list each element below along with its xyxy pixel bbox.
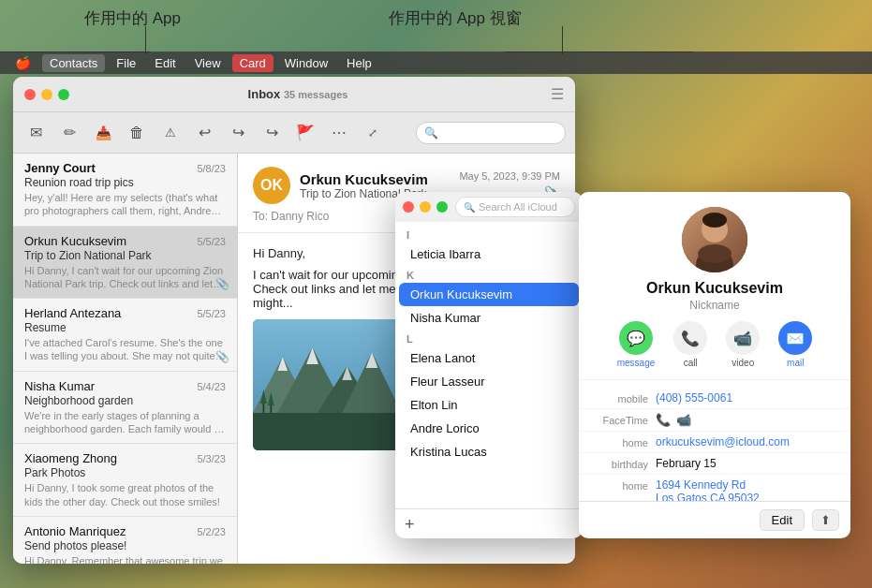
birthday-value: February 15: [656, 457, 837, 470]
facetime-video-icon[interactable]: 📹: [676, 413, 691, 427]
mobile-value[interactable]: (408) 555-0061: [656, 391, 837, 404]
apple-menu[interactable]: 🍎: [7, 55, 38, 70]
message-item[interactable]: Herland Antezana 5/5/23 Resume I've atta…: [13, 299, 237, 372]
message-item[interactable]: Xiaomeng Zhong 5/3/23 Park Photos Hi Dan…: [13, 444, 237, 517]
contact-item[interactable]: Kristina Lucas: [399, 440, 579, 463]
contact-detail-header: Orkun Kucuksevim Nickname 💬 message 📞 ca…: [579, 192, 850, 380]
home-email-value[interactable]: orkucuksevim@icloud.com: [656, 435, 837, 448]
contact-detail-card: Orkun Kucuksevim Nickname 💬 message 📞 ca…: [579, 192, 850, 538]
new-message-icon[interactable]: ✏: [56, 120, 82, 146]
facetime-label: FaceTime: [592, 413, 648, 426]
section-header-l: L: [395, 330, 583, 346]
more-icon[interactable]: ⋯: [326, 120, 352, 146]
contact-name: Orkun Kucuksevim: [646, 280, 783, 297]
window-title: Inbox 35 messages: [69, 87, 526, 101]
forward-icon[interactable]: ↪: [259, 120, 285, 146]
menu-window[interactable]: Window: [277, 54, 335, 72]
contact-nickname: Nickname: [689, 299, 739, 312]
sender-avatar: OK: [253, 167, 290, 204]
delete-icon[interactable]: 🗑: [124, 120, 150, 146]
share-button[interactable]: ⬆: [812, 509, 839, 531]
attachment-icon: 📎: [215, 350, 229, 363]
facetime-phone-icon[interactable]: 📞: [656, 413, 671, 427]
reply-icon[interactable]: ↩: [191, 120, 217, 146]
add-contact-button[interactable]: +: [405, 516, 415, 533]
menu-view[interactable]: View: [187, 54, 229, 72]
active-window-annotation: 作用中的 App 視窗: [389, 7, 522, 29]
menubar: 🍎 Contacts File Edit View Card Window He…: [0, 51, 872, 74]
contacts-footer: +: [395, 508, 583, 538]
menu-edit[interactable]: Edit: [147, 54, 183, 72]
message-item[interactable]: Jenny Court 5/8/23 Reunion road trip pic…: [13, 154, 237, 227]
mail-search[interactable]: 🔍: [416, 122, 566, 144]
expand-icon[interactable]: ⤢: [360, 120, 386, 146]
message-item[interactable]: Nisha Kumar 5/4/23 Neighborhood garden W…: [13, 372, 237, 445]
search-icon: 🔍: [464, 202, 475, 213]
reply-all-icon[interactable]: ↪: [225, 120, 251, 146]
field-home-email: home orkucuksevim@icloud.com: [579, 432, 850, 453]
attachment-icon: 📎: [215, 277, 229, 290]
contact-item[interactable]: Elena Lanot: [399, 346, 579, 370]
contact-item[interactable]: Andre Lorico: [399, 417, 579, 440]
annotation-line-app: [145, 26, 146, 54]
contact-item[interactable]: Leticia Ibarra: [399, 243, 579, 266]
menu-help[interactable]: Help: [339, 54, 379, 72]
search-icon: 🔍: [424, 126, 438, 140]
archive-icon[interactable]: 📥: [90, 120, 116, 146]
close-button[interactable]: [24, 89, 36, 100]
menu-file[interactable]: File: [109, 54, 143, 72]
traffic-lights: [24, 89, 69, 100]
contacts-minimize[interactable]: [420, 201, 431, 213]
call-label: call: [684, 358, 698, 368]
section-header-k: K: [395, 266, 583, 283]
home-address-value[interactable]: 1694 Kennedy RdLos Gatos CA 95032: [656, 478, 837, 501]
mobile-label: mobile: [592, 391, 648, 404]
facetime-value: 📞 📹: [656, 413, 837, 427]
message-list: Jenny Court 5/8/23 Reunion road trip pic…: [13, 154, 238, 564]
contact-item-selected[interactable]: Orkun Kucuksevim: [399, 283, 579, 306]
home-email-label: home: [592, 435, 648, 448]
field-home-address: home 1694 Kennedy RdLos Gatos CA 95032: [579, 475, 850, 501]
mail-label: mail: [787, 358, 804, 368]
section-header-i: I: [395, 226, 583, 243]
menu-contacts[interactable]: Contacts: [42, 54, 105, 72]
sidebar-toggle-icon[interactable]: ☰: [551, 85, 564, 103]
contacts-maximize[interactable]: [436, 201, 448, 213]
field-birthday: birthday February 15: [579, 453, 850, 475]
svg-rect-9: [253, 413, 402, 450]
message-action[interactable]: 💬 message: [617, 321, 656, 368]
contact-item[interactable]: Nisha Kumar: [399, 306, 579, 330]
message-item[interactable]: Antonio Manriquez 5/2/23 Send photos ple…: [13, 517, 237, 564]
minimize-button[interactable]: [41, 89, 52, 100]
contact-item[interactable]: Elton Lin: [399, 393, 579, 417]
flag-icon[interactable]: 🚩: [292, 120, 318, 146]
contact-detail-footer: Edit ⬆: [579, 501, 850, 538]
message-item[interactable]: Orkun Kucuksevim 5/5/23 Trip to Zion Nat…: [13, 227, 237, 300]
contact-fields: mobile (408) 555-0061 FaceTime 📞 📹 home …: [579, 380, 850, 501]
mail-titlebar: Inbox 35 messages ☰: [13, 77, 575, 112]
edit-button[interactable]: Edit: [760, 509, 805, 531]
contact-actions: 💬 message 📞 call 📹 video ✉️ mail: [617, 321, 813, 368]
contact-item[interactable]: Fleur Lasseur: [399, 370, 579, 393]
sender-name: Orkun Kucuksevim: [300, 171, 450, 187]
home-address-label: home: [592, 478, 648, 492]
mail-icon: ✉️: [778, 321, 812, 355]
compose-icon[interactable]: ✉: [22, 120, 49, 146]
field-facetime: FaceTime 📞 📹: [579, 409, 850, 432]
contacts-close[interactable]: [403, 201, 414, 213]
contacts-list: I Leticia Ibarra K Orkun Kucuksevim Nish…: [395, 222, 583, 508]
contact-photo: [682, 207, 747, 272]
menu-card[interactable]: Card: [232, 54, 273, 72]
mail-action[interactable]: ✉️ mail: [778, 321, 812, 368]
birthday-label: birthday: [592, 457, 648, 470]
video-action[interactable]: 📹 video: [726, 321, 760, 368]
message-label: message: [617, 358, 656, 368]
annotation-line-window: [562, 26, 563, 54]
video-icon: 📹: [726, 321, 760, 355]
junk-icon[interactable]: ⚠: [157, 120, 184, 146]
call-action[interactable]: 📞 call: [673, 321, 707, 368]
maximize-button[interactable]: [58, 89, 69, 100]
active-app-annotation: 作用中的 App: [84, 7, 181, 29]
field-mobile: mobile (408) 555-0061: [579, 388, 850, 409]
contacts-search[interactable]: 🔍 Search All iCloud: [455, 197, 575, 217]
